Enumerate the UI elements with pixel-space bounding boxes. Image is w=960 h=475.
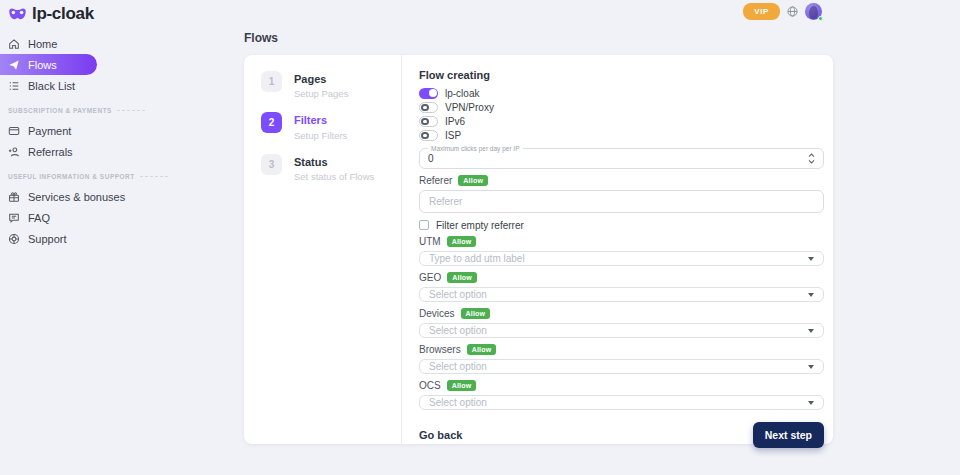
language-globe-icon[interactable] [787, 6, 798, 17]
filters-form: Flow creating lp-cloak VPN/Proxy IPv6 IS… [402, 55, 833, 444]
max-clicks-field[interactable]: Maximum clicks per day per IP [419, 148, 824, 169]
next-step-button[interactable]: Next step [753, 422, 824, 448]
toggle-switch-off[interactable] [419, 116, 438, 127]
devices-group: Devices Allow Select option [419, 308, 824, 338]
toggle-switch-on[interactable] [419, 88, 438, 99]
referer-input[interactable] [419, 190, 824, 213]
utm-label: UTM [419, 236, 441, 247]
ocs-allow-badge[interactable]: Allow [447, 380, 477, 391]
chevron-down-icon [808, 365, 814, 369]
toggle-label: VPN/Proxy [445, 102, 494, 113]
credit-card-icon [8, 125, 20, 137]
step-title: Filters [294, 112, 347, 127]
form-footer: Go back Next step [419, 422, 824, 448]
chevron-down-icon [808, 257, 814, 261]
sidebar: Home Flows Black List SUBSCRIPTION & PAY… [0, 33, 233, 249]
logo-text: lp-cloak [32, 4, 94, 24]
referer-group: Referer Allow [419, 175, 824, 213]
step-subtitle: Setup Pages [294, 88, 348, 99]
sidebar-item-label: FAQ [28, 212, 50, 224]
go-back-button[interactable]: Go back [419, 429, 462, 441]
person-add-icon [8, 146, 20, 158]
browsers-allow-badge[interactable]: Allow [467, 344, 497, 355]
section-label: SUBSCRIPTION & PAYMENTS [8, 107, 112, 114]
sidebar-item-label: Home [28, 38, 57, 50]
sidebar-item-label: Payment [28, 125, 71, 137]
sidebar-item-payment[interactable]: Payment [0, 120, 233, 141]
flows-icon [8, 59, 20, 71]
sidebar-item-label: Support [28, 233, 67, 245]
chevron-down-icon [808, 329, 814, 333]
sidebar-item-label: Black List [28, 80, 75, 92]
online-status-dot [818, 16, 823, 21]
sidebar-section-useful-info: USEFUL INFORMATION & SUPPORT [8, 173, 233, 180]
sidebar-item-black-list[interactable]: Black List [0, 75, 233, 96]
home-icon [8, 38, 20, 50]
toggle-lp-cloak[interactable]: lp-cloak [419, 87, 824, 99]
page-title: Flows [244, 31, 278, 45]
step-title: Status [294, 154, 374, 169]
devices-allow-badge[interactable]: Allow [461, 308, 491, 319]
utm-select[interactable]: Type to add utm label [419, 251, 824, 266]
sidebar-item-support[interactable]: Support [0, 228, 233, 249]
toggle-label: ISP [445, 130, 461, 141]
section-label: USEFUL INFORMATION & SUPPORT [8, 173, 135, 180]
filter-empty-referrer-row[interactable]: Filter empty referrer [419, 220, 824, 230]
header: lp-cloak VIP [0, 0, 960, 28]
select-placeholder: Select option [429, 289, 487, 300]
toggle-vpn-proxy[interactable]: VPN/Proxy [419, 101, 824, 113]
app-logo[interactable]: lp-cloak [8, 4, 94, 24]
sidebar-section-subscription: SUBSCRIPTION & PAYMENTS [8, 107, 233, 114]
geo-allow-badge[interactable]: Allow [447, 272, 477, 283]
step-status[interactable]: 3 Status Set status of Flows [261, 154, 401, 182]
gift-icon [8, 191, 20, 203]
devices-select[interactable]: Select option [419, 323, 824, 338]
select-placeholder: Select option [429, 361, 487, 372]
chevron-down-icon [808, 401, 814, 405]
section-divider [117, 110, 145, 111]
toggle-label: IPv6 [445, 116, 465, 127]
browsers-label: Browsers [419, 344, 461, 355]
utm-allow-badge[interactable]: Allow [447, 236, 477, 247]
checkbox-label: Filter empty referrer [436, 220, 524, 231]
max-clicks-input[interactable] [428, 153, 808, 164]
toggle-switch-off[interactable] [419, 130, 438, 141]
step-number: 2 [261, 112, 282, 133]
sidebar-item-referrals[interactable]: Referrals [0, 141, 233, 162]
step-pages[interactable]: 1 Pages Setup Pages [261, 71, 401, 99]
toggle-ipv6[interactable]: IPv6 [419, 115, 824, 127]
chevron-down-icon [808, 293, 814, 297]
sidebar-item-faq[interactable]: FAQ [0, 207, 233, 228]
vip-button[interactable]: VIP [743, 3, 780, 20]
sidebar-item-home[interactable]: Home [0, 33, 233, 54]
sidebar-item-label: Referrals [28, 146, 73, 158]
number-stepper-icon[interactable] [808, 153, 815, 164]
referer-label: Referer [419, 175, 452, 186]
avatar-image [809, 6, 818, 19]
step-number: 3 [261, 154, 282, 175]
select-placeholder: Select option [429, 397, 487, 408]
geo-select[interactable]: Select option [419, 287, 824, 302]
step-filters[interactable]: 2 Filters Setup Filters [261, 112, 401, 140]
geo-group: GEO Allow Select option [419, 272, 824, 302]
filter-empty-referrer-checkbox[interactable] [419, 220, 429, 230]
step-number: 1 [261, 71, 282, 92]
browsers-select[interactable]: Select option [419, 359, 824, 374]
max-clicks-label: Maximum clicks per day per IP [428, 145, 523, 152]
ocs-select[interactable]: Select option [419, 395, 824, 410]
black-list-icon [8, 80, 20, 92]
user-avatar[interactable] [805, 3, 822, 20]
sidebar-item-label: Flows [28, 59, 57, 71]
referer-allow-badge[interactable]: Allow [458, 175, 488, 186]
toggle-switch-off[interactable] [419, 102, 438, 113]
utm-group: UTM Allow Type to add utm label [419, 236, 824, 266]
lifebuoy-icon [8, 233, 20, 245]
toggle-label: lp-cloak [445, 88, 479, 99]
toggle-isp[interactable]: ISP [419, 129, 824, 141]
step-title: Pages [294, 71, 348, 86]
sidebar-item-flows[interactable]: Flows [0, 54, 97, 75]
flow-creating-card: 1 Pages Setup Pages 2 Filters Setup Filt… [244, 55, 833, 444]
select-placeholder: Select option [429, 325, 487, 336]
step-subtitle: Set status of Flows [294, 171, 374, 182]
sidebar-item-services-bonuses[interactable]: Services & bonuses [0, 186, 233, 207]
